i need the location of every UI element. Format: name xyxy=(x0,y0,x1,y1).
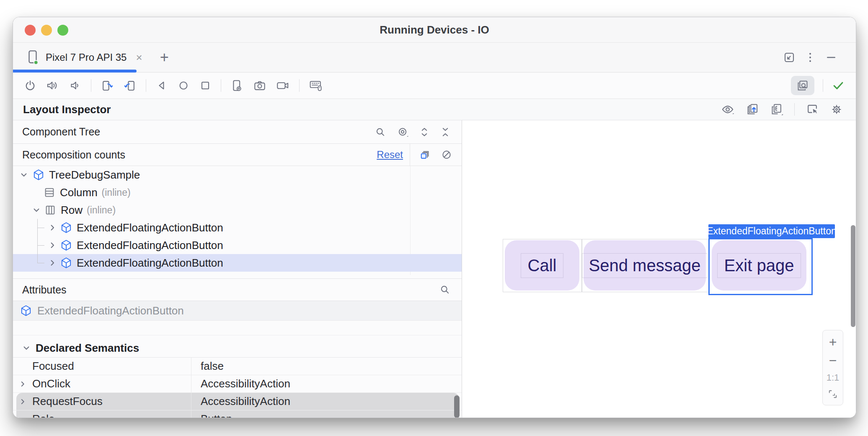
device-settings-icon[interactable] xyxy=(230,79,244,92)
tree-row-column[interactable]: Column (inline) xyxy=(13,184,462,201)
chevron-down-icon[interactable] xyxy=(31,205,41,215)
rotate-right-icon[interactable] xyxy=(101,79,114,92)
zoom-in-button[interactable]: + xyxy=(829,335,837,349)
screenshot-camera-icon[interactable] xyxy=(253,79,266,92)
tree-row-efab-1[interactable]: ExtendedFloatingActionButton xyxy=(13,219,462,236)
chevron-right-icon[interactable] xyxy=(47,223,57,233)
composable-cube-icon xyxy=(20,304,32,317)
tree-node-label: Column xyxy=(60,186,98,199)
volume-down-icon[interactable] xyxy=(68,79,82,92)
window-title: Running Devices - IO xyxy=(13,17,856,42)
panel-scrollbar-thumb[interactable] xyxy=(454,395,460,418)
android-home-icon[interactable] xyxy=(177,79,190,92)
layout-inspector-toggle-button[interactable] xyxy=(791,76,814,95)
device-scrollbar-thumb[interactable] xyxy=(851,225,855,327)
dock-window-icon[interactable] xyxy=(783,51,796,64)
more-options-kebab-icon[interactable] xyxy=(808,51,812,64)
android-back-icon[interactable] xyxy=(155,79,168,92)
composable-cube-icon xyxy=(60,257,72,269)
zoom-out-button[interactable]: − xyxy=(829,354,837,367)
tab-close-icon[interactable]: × xyxy=(136,51,142,64)
semantics-row-focused[interactable]: Focused false xyxy=(13,358,462,375)
tree-node-label: ExtendedFloatingActionButton xyxy=(77,257,223,270)
filter-eye-icon[interactable] xyxy=(396,126,409,138)
tree-node-label: ExtendedFloatingActionButton xyxy=(77,221,223,234)
zoom-controls: + − 1:1 xyxy=(822,330,843,405)
tree-node-label: Row xyxy=(61,204,83,217)
attributes-title: Attributes xyxy=(22,284,67,296)
toolbar-separator xyxy=(146,79,146,92)
collapse-all-icon[interactable] xyxy=(440,126,451,138)
composable-cube-icon xyxy=(60,221,72,234)
tree-node-suffix: (inline) xyxy=(102,187,131,198)
rotate-left-icon[interactable] xyxy=(123,79,137,92)
power-button-icon[interactable] xyxy=(24,79,36,92)
expand-all-icon[interactable] xyxy=(419,126,430,138)
select-component-icon[interactable] xyxy=(806,103,819,116)
selected-component-name: ExtendedFloatingActionButton xyxy=(37,304,184,317)
apply-check-icon[interactable] xyxy=(832,79,845,92)
semantics-row-onclick[interactable]: OnClick AccessibilityAction xyxy=(13,375,462,393)
selected-component-row: ExtendedFloatingActionButton xyxy=(13,301,462,321)
selection-border xyxy=(708,238,813,295)
tree-node-suffix: (inline) xyxy=(87,205,116,216)
semantics-name: Focused xyxy=(13,360,74,373)
highlight-disabled-icon[interactable] xyxy=(440,148,453,161)
view-options-eye-icon[interactable] xyxy=(721,103,735,116)
export-snapshot-icon[interactable] xyxy=(746,103,759,116)
chevron-down-icon xyxy=(21,343,31,353)
minimize-panel-icon[interactable] xyxy=(825,51,837,64)
row-layout-icon xyxy=(44,204,57,216)
call-button[interactable]: Call xyxy=(505,240,579,291)
search-icon[interactable] xyxy=(375,126,386,138)
semantics-name: RequestFocus xyxy=(32,395,103,408)
tree-row-row[interactable]: Row (inline) xyxy=(13,201,462,219)
actual-size-button[interactable]: 1:1 xyxy=(827,372,840,383)
semantics-row-requestfocus[interactable]: RequestFocus AccessibilityAction xyxy=(13,393,462,410)
tree-connector xyxy=(37,254,47,272)
send-message-button-label: Send message xyxy=(582,253,708,278)
tree-row-treedebugsample[interactable]: TreeDebugSample xyxy=(13,166,462,184)
new-tab-button[interactable]: + xyxy=(160,50,169,65)
layout-inspector-bar: Layout Inspector xyxy=(13,99,856,120)
declared-semantics-header[interactable]: Declared Semantics xyxy=(13,339,462,358)
chevron-right-icon[interactable] xyxy=(47,258,57,268)
composable-cube-icon xyxy=(60,239,72,252)
device-render-area[interactable]: Call Send message Exit page ExtendedFloa… xyxy=(462,120,856,418)
recomposition-counts-toggle-icon[interactable] xyxy=(419,148,431,161)
layers-tree-icon[interactable] xyxy=(770,103,783,116)
recomposition-counts-row: Recomposition counts Reset xyxy=(13,144,462,166)
chevron-right-icon[interactable] xyxy=(18,379,27,389)
semantics-row-role[interactable]: Role Button xyxy=(13,410,462,418)
layout-inspector-title: Layout Inspector xyxy=(23,103,111,116)
tree-connector xyxy=(37,236,47,254)
semantics-name: OnClick xyxy=(32,377,70,390)
chevron-right-icon[interactable] xyxy=(47,240,57,250)
composable-cube-icon xyxy=(32,169,45,181)
android-overview-icon[interactable] xyxy=(199,79,212,92)
attributes-header: Attributes xyxy=(13,278,462,301)
screen-record-icon[interactable] xyxy=(276,79,290,92)
search-icon[interactable] xyxy=(439,284,451,296)
tree-node-label: TreeDebugSample xyxy=(49,169,140,182)
active-tab-underline xyxy=(13,70,137,73)
hardware-input-icon[interactable] xyxy=(309,79,323,92)
tree-row-efab-2[interactable]: ExtendedFloatingActionButton xyxy=(13,236,462,254)
chevron-right-icon[interactable] xyxy=(18,397,27,406)
chevron-down-icon[interactable] xyxy=(19,170,29,180)
semantics-name: Role xyxy=(13,413,54,418)
send-message-button[interactable]: Send message xyxy=(584,240,706,291)
tab-pixel-7-pro[interactable]: Pixel 7 Pro API 35 × xyxy=(13,43,153,72)
semantics-value: Button xyxy=(191,413,232,418)
semantics-value: false xyxy=(191,360,224,373)
settings-gear-icon[interactable] xyxy=(830,103,843,116)
reset-counts-link[interactable]: Reset xyxy=(377,149,403,161)
tree-row-efab-3-selected[interactable]: ExtendedFloatingActionButton xyxy=(13,254,462,272)
main-content: Component Tree xyxy=(13,120,856,418)
volume-up-icon[interactable] xyxy=(46,79,59,92)
layout-inspector-icon xyxy=(796,79,809,92)
screenshot-stage: Running Devices - IO Pixel 7 Pro API 35 … xyxy=(0,0,868,436)
fit-to-screen-icon[interactable] xyxy=(827,388,839,400)
phone-device-icon xyxy=(26,49,40,66)
semantics-value: AccessibilityAction xyxy=(191,395,290,408)
